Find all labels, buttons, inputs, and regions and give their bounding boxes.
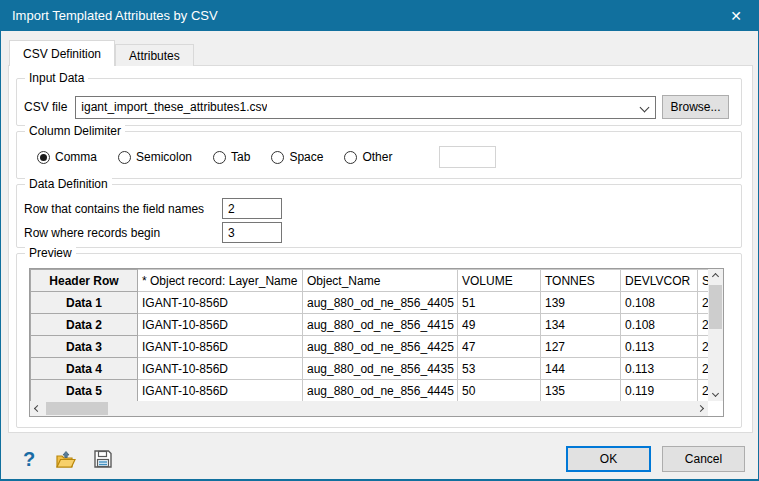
scroll-up-button[interactable]: [708, 269, 723, 284]
data-cell[interactable]: 50: [458, 380, 541, 402]
data-cell[interactable]: 0.108: [621, 314, 698, 336]
group-legend: Data Definition: [25, 177, 112, 191]
data-cell[interactable]: 49: [458, 314, 541, 336]
data-cell[interactable]: 135: [541, 380, 621, 402]
data-cell[interactable]: 2: [698, 314, 709, 336]
title-bar: Import Templated Attributes by CSV ✕: [1, 1, 758, 31]
data-cell[interactable]: aug_880_od_ne_856_4415: [303, 314, 458, 336]
close-icon: ✕: [730, 8, 742, 24]
row-header-cell[interactable]: Data 1: [31, 292, 138, 314]
data-cell[interactable]: 139: [541, 292, 621, 314]
field-names-row-label: Row that contains the field names: [24, 202, 222, 216]
radio-label: Semicolon: [136, 150, 192, 164]
other-delimiter-input[interactable]: [439, 146, 496, 168]
data-cell[interactable]: 51: [458, 292, 541, 314]
records-begin-row-input[interactable]: [222, 222, 282, 243]
row-header-cell[interactable]: Data 3: [31, 336, 138, 358]
chevron-down-icon: [640, 102, 650, 112]
radio-label: Comma: [55, 150, 97, 164]
load-settings-button[interactable]: [54, 447, 78, 471]
preview-table-container: Header Row* Object record: Layer_NameObj…: [29, 268, 724, 417]
import-templated-attributes-dialog: Import Templated Attributes by CSV ✕ CSV…: [0, 0, 759, 481]
data-cell[interactable]: IGANT-10-856D: [138, 314, 303, 336]
data-definition-group: Data Definition Row that contains the fi…: [16, 184, 742, 248]
horizontal-scrollbar[interactable]: [30, 401, 708, 416]
data-cell[interactable]: 0.113: [621, 336, 698, 358]
column-header-cell[interactable]: VOLUME: [458, 270, 541, 292]
group-legend: Preview: [25, 246, 76, 260]
data-cell[interactable]: IGANT-10-856D: [138, 336, 303, 358]
data-cell[interactable]: IGANT-10-856D: [138, 380, 303, 402]
open-folder-icon: [55, 450, 78, 469]
data-cell[interactable]: 0.108: [621, 292, 698, 314]
tab-strip: CSV Definition Attributes: [9, 40, 194, 66]
data-cell[interactable]: 0.113: [621, 358, 698, 380]
row-header-cell[interactable]: Data 5: [31, 380, 138, 402]
tab-csv-definition[interactable]: CSV Definition: [9, 40, 115, 66]
data-cell[interactable]: 144: [541, 358, 621, 380]
save-settings-button[interactable]: [91, 447, 115, 471]
csv-file-combobox[interactable]: igant_import_these_attributes1.csv: [75, 96, 656, 119]
radio-circle-icon: [344, 151, 357, 164]
radio-space[interactable]: Space: [271, 150, 323, 164]
browse-button[interactable]: Browse...: [662, 95, 729, 119]
vertical-scrollbar[interactable]: [708, 269, 723, 401]
column-delimiter-group: Column Delimiter CommaSemicolonTabSpaceO…: [16, 131, 742, 179]
data-cell[interactable]: 53: [458, 358, 541, 380]
data-cell[interactable]: aug_880_od_ne_856_4445: [303, 380, 458, 402]
column-header-cell[interactable]: S: [698, 270, 709, 292]
delimiter-options: CommaSemicolonTabSpaceOther: [37, 145, 496, 169]
field-names-row-input[interactable]: [222, 198, 282, 219]
table-row: Data 4IGANT-10-856Daug_880_od_ne_856_443…: [31, 358, 709, 380]
radio-circle-icon: [118, 151, 131, 164]
column-header-cell[interactable]: Object_Name: [303, 270, 458, 292]
row-header-cell[interactable]: Data 2: [31, 314, 138, 336]
radio-circle-icon: [37, 151, 50, 164]
data-cell[interactable]: IGANT-10-856D: [138, 292, 303, 314]
data-cell[interactable]: aug_880_od_ne_856_4425: [303, 336, 458, 358]
data-cell[interactable]: 2: [698, 380, 709, 402]
column-header-cell[interactable]: DEVLVCOR: [621, 270, 698, 292]
data-cell[interactable]: 2: [698, 358, 709, 380]
data-cell[interactable]: aug_880_od_ne_856_4405: [303, 292, 458, 314]
data-cell[interactable]: 47: [458, 336, 541, 358]
help-button[interactable]: ?: [17, 447, 41, 471]
data-cell[interactable]: 127: [541, 336, 621, 358]
scroll-left-button[interactable]: [30, 401, 45, 416]
column-header-cell[interactable]: TONNES: [541, 270, 621, 292]
column-header-cell[interactable]: * Object record: Layer_Name: [138, 270, 303, 292]
cancel-button[interactable]: Cancel: [662, 446, 745, 472]
data-cell[interactable]: 134: [541, 314, 621, 336]
tab-attributes[interactable]: Attributes: [115, 44, 194, 66]
radio-tab[interactable]: Tab: [213, 150, 250, 164]
table-row: Data 3IGANT-10-856Daug_880_od_ne_856_442…: [31, 336, 709, 358]
row-header-cell[interactable]: Data 4: [31, 358, 138, 380]
data-cell[interactable]: aug_880_od_ne_856_4435: [303, 358, 458, 380]
data-cell[interactable]: 2: [698, 292, 709, 314]
vertical-scrollbar-thumb[interactable]: [709, 285, 722, 329]
table-row: Data 2IGANT-10-856Daug_880_od_ne_856_441…: [31, 314, 709, 336]
save-icon: [93, 449, 113, 469]
csv-file-label: CSV file: [24, 100, 67, 114]
table-row: Data 1IGANT-10-856Daug_880_od_ne_856_440…: [31, 292, 709, 314]
chevron-up-icon: [712, 273, 719, 280]
scroll-right-button[interactable]: [693, 401, 708, 416]
close-button[interactable]: ✕: [714, 1, 758, 31]
chevron-left-icon: [34, 405, 41, 412]
radio-semicolon[interactable]: Semicolon: [118, 150, 192, 164]
scroll-down-button[interactable]: [708, 386, 723, 401]
data-cell[interactable]: 0.119: [621, 380, 698, 402]
csv-definition-page: Input Data CSV file igant_import_these_a…: [8, 65, 753, 433]
radio-circle-icon: [271, 151, 284, 164]
data-cell[interactable]: 2: [698, 336, 709, 358]
csv-file-value: igant_import_these_attributes1.csv: [81, 100, 267, 114]
ok-button[interactable]: OK: [566, 446, 651, 472]
radio-comma[interactable]: Comma: [37, 150, 97, 164]
header-row-cell[interactable]: Header Row: [31, 270, 138, 292]
radio-label: Tab: [231, 150, 250, 164]
group-legend: Input Data: [25, 71, 88, 85]
chevron-down-icon: [712, 390, 719, 397]
data-cell[interactable]: IGANT-10-856D: [138, 358, 303, 380]
radio-other[interactable]: Other: [344, 150, 392, 164]
horizontal-scrollbar-thumb[interactable]: [46, 402, 108, 415]
